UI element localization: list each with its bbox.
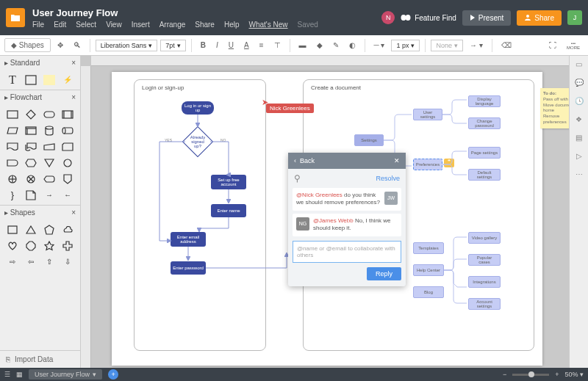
shape-merge[interactable] bbox=[41, 156, 57, 170]
zoom-out-button[interactable]: − bbox=[503, 371, 506, 378]
line-style-button[interactable]: ─ ▾ bbox=[370, 39, 389, 51]
node-page-settings[interactable]: Page settings bbox=[468, 147, 501, 159]
shape-pent[interactable] bbox=[41, 222, 57, 236]
group-login[interactable]: Login or sign-up bbox=[134, 79, 266, 351]
shape-text[interactable]: T bbox=[4, 73, 21, 87]
shape-ad[interactable]: ⇩ bbox=[60, 255, 76, 269]
shape-delay[interactable] bbox=[4, 156, 21, 170]
node-settings[interactable]: Settings bbox=[354, 134, 384, 146]
shape-block[interactable] bbox=[23, 73, 39, 87]
arrow-start-select[interactable]: None ▾ bbox=[431, 40, 463, 51]
shape-db[interactable] bbox=[41, 123, 57, 137]
sticky-note[interactable]: To do: Pass off with team Move document … bbox=[540, 88, 569, 128]
shape-note2[interactable] bbox=[23, 188, 39, 202]
arrow-end-select[interactable]: → ▾ bbox=[466, 39, 487, 51]
menu-file[interactable]: File bbox=[32, 21, 44, 29]
close-icon[interactable]: × bbox=[71, 208, 76, 217]
present-button[interactable]: Present bbox=[462, 10, 511, 26]
folder-icon[interactable] bbox=[6, 8, 25, 27]
node-integrations[interactable]: Integrations bbox=[468, 276, 501, 288]
close-icon[interactable]: × bbox=[71, 93, 76, 101]
shape-arrow-l[interactable]: ← bbox=[60, 188, 76, 202]
search-icon[interactable]: 🔍︎ bbox=[70, 39, 85, 51]
node-start[interactable]: Log in or sign up bbox=[182, 101, 214, 115]
shape-star[interactable] bbox=[41, 239, 57, 253]
panel-standard[interactable]: ▸ Standard× bbox=[0, 56, 80, 70]
node-default-settings[interactable]: Default settings bbox=[468, 169, 501, 181]
shadow-button[interactable]: ◐ bbox=[345, 39, 359, 51]
zoom-slider[interactable] bbox=[512, 374, 549, 376]
fullscreen-icon[interactable]: ⛶ bbox=[545, 39, 560, 51]
node-user-settings[interactable]: User settings bbox=[413, 109, 442, 120]
shape-data[interactable] bbox=[4, 123, 21, 137]
grid-view-icon[interactable]: ▦ bbox=[16, 371, 23, 378]
node-preferences[interactable]: Preferences bbox=[413, 159, 442, 170]
node-change-pwd[interactable]: Change password bbox=[468, 117, 501, 129]
page-icon[interactable]: ▭ bbox=[576, 60, 582, 68]
document-title[interactable]: User Journey Flow bbox=[32, 7, 318, 18]
shape-oct[interactable] bbox=[23, 239, 39, 253]
layers-icon[interactable]: ❖ bbox=[576, 115, 582, 123]
node-popular[interactable]: Popular cases bbox=[468, 254, 501, 266]
shape-card[interactable] bbox=[60, 139, 76, 153]
shape-direct[interactable] bbox=[60, 123, 76, 137]
text-options-button[interactable]: ⊤ bbox=[270, 39, 284, 51]
shape-multidoc[interactable] bbox=[23, 139, 39, 153]
shape-note[interactable] bbox=[43, 75, 55, 85]
underline-button[interactable]: U bbox=[225, 39, 237, 51]
shape-bolt[interactable]: ⚡ bbox=[60, 73, 76, 87]
menu-arrange[interactable]: Arrange bbox=[159, 21, 186, 29]
border-color-button[interactable]: ◆ bbox=[313, 39, 326, 51]
import-data-button[interactable]: ⎘Import Data bbox=[0, 350, 80, 368]
align-button[interactable]: ≡ bbox=[256, 39, 268, 51]
panel-flowchart[interactable]: ▸ Flowchart× bbox=[0, 90, 80, 104]
node-email[interactable]: Enter email address bbox=[171, 232, 206, 247]
menu-help[interactable]: Help bbox=[224, 21, 240, 29]
collaborator-avatar[interactable]: N bbox=[381, 11, 395, 24]
comment-message[interactable]: @Nick Greenlees do you think we should r… bbox=[293, 188, 401, 211]
share-button[interactable]: Share bbox=[517, 10, 562, 26]
shape-tri[interactable] bbox=[23, 222, 39, 236]
comment-marker[interactable]: ❝ bbox=[444, 159, 454, 167]
shape-sum[interactable] bbox=[23, 172, 39, 186]
comment-message[interactable]: NG @James Webb No, I think we should kee… bbox=[293, 214, 401, 236]
shape-storage[interactable] bbox=[23, 123, 39, 137]
more-icon[interactable]: ⋯ bbox=[576, 170, 583, 178]
node-setup[interactable]: Set up free account bbox=[211, 175, 246, 189]
add-page-button[interactable]: + bbox=[108, 369, 118, 380]
page-tab[interactable]: User Journey Flow ▾ bbox=[29, 369, 102, 380]
comments-icon[interactable]: 💬 bbox=[575, 79, 584, 87]
bold-button[interactable]: B bbox=[197, 39, 209, 51]
shape-cloud[interactable] bbox=[60, 222, 76, 236]
shape-hex[interactable] bbox=[23, 156, 39, 170]
shapes-palette-button[interactable]: ◆ Shapes bbox=[4, 38, 51, 52]
shape-offpage[interactable] bbox=[60, 172, 76, 186]
node-name[interactable]: Enter name bbox=[211, 204, 246, 217]
user-avatar[interactable]: J bbox=[567, 10, 582, 25]
page[interactable]: Login or sign-up Log in or sign up Alrea… bbox=[112, 72, 542, 366]
node-templates[interactable]: Templates bbox=[413, 242, 444, 254]
font-size-select[interactable]: 7pt ▾ bbox=[160, 40, 186, 51]
shape-rect[interactable] bbox=[4, 107, 21, 121]
panel-shapes[interactable]: ▸ Shapes× bbox=[0, 206, 80, 219]
pencil-icon[interactable]: ✎ bbox=[329, 39, 343, 51]
menu-edit[interactable]: Edit bbox=[54, 21, 66, 29]
shape-connector[interactable] bbox=[60, 156, 76, 170]
canvas-area[interactable]: Login or sign-up Log in or sign up Alrea… bbox=[81, 56, 569, 368]
shape-doc[interactable] bbox=[4, 139, 21, 153]
resolve-button[interactable]: Resolve bbox=[376, 175, 400, 182]
node-pwd[interactable]: Enter password bbox=[171, 261, 206, 275]
menu-insert[interactable]: Insert bbox=[132, 21, 150, 29]
menu-select[interactable]: Select bbox=[76, 21, 96, 29]
close-icon[interactable]: ✕ bbox=[394, 157, 400, 164]
shape-manual[interactable] bbox=[41, 139, 57, 153]
node-video[interactable]: Video gallery bbox=[468, 232, 501, 244]
node-help-center[interactable]: Help Center bbox=[413, 264, 444, 276]
italic-button[interactable]: I bbox=[212, 39, 222, 51]
shape-cross[interactable] bbox=[60, 239, 76, 253]
menu-whats-new[interactable]: What's New bbox=[249, 21, 288, 29]
feature-find-button[interactable]: Feature Find bbox=[401, 14, 456, 22]
history-icon[interactable]: 🕓 bbox=[575, 97, 584, 105]
shape-al[interactable]: ⇦ bbox=[23, 255, 39, 269]
menu-share[interactable]: Share bbox=[195, 21, 215, 29]
